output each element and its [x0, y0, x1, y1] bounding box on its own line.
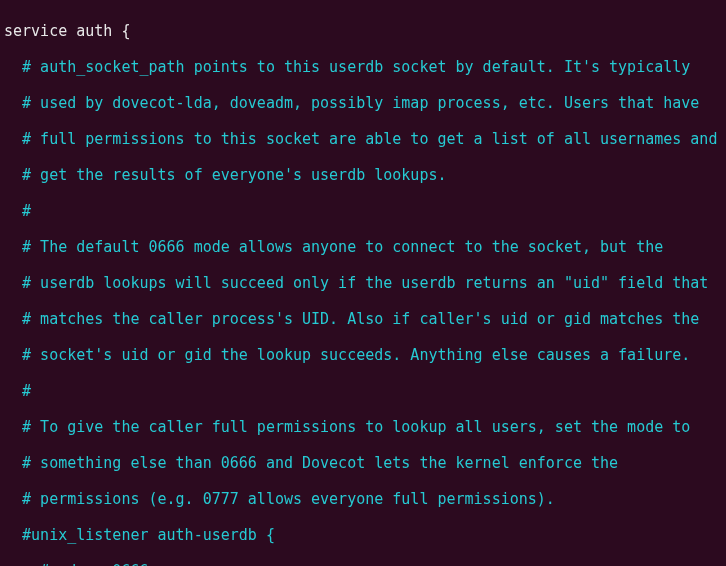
code-comment: # get the results of everyone's userdb l…	[4, 166, 722, 184]
code-comment: # auth_socket_path points to this userdb…	[4, 58, 722, 76]
code-comment: #mode = 0666	[4, 562, 722, 566]
code-line: service auth {	[4, 22, 722, 40]
config-code-block: service auth { # auth_socket_path points…	[4, 4, 722, 566]
code-comment: # full permissions to this socket are ab…	[4, 130, 722, 148]
code-comment: #unix_listener auth-userdb {	[4, 526, 722, 544]
code-comment: # used by dovecot-lda, doveadm, possibly…	[4, 94, 722, 112]
code-comment: # permissions (e.g. 0777 allows everyone…	[4, 490, 722, 508]
code-comment: # matches the caller process's UID. Also…	[4, 310, 722, 328]
code-comment: #	[4, 382, 722, 400]
code-comment: # The default 0666 mode allows anyone to…	[4, 238, 722, 256]
code-comment: #	[4, 202, 722, 220]
code-comment: # userdb lookups will succeed only if th…	[4, 274, 722, 292]
code-comment: # socket's uid or gid the lookup succeed…	[4, 346, 722, 364]
code-comment: # something else than 0666 and Dovecot l…	[4, 454, 722, 472]
code-comment: # To give the caller full permissions to…	[4, 418, 722, 436]
